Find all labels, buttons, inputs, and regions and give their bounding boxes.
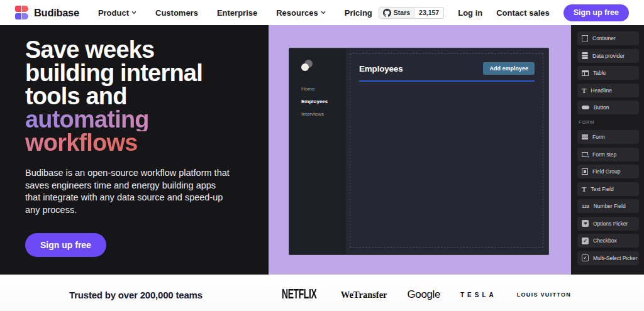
heading-line-gradient: workflows xyxy=(25,131,138,155)
github-icon xyxy=(383,9,391,17)
form-section-label: FORM xyxy=(579,119,639,125)
budibase-logo[interactable]: Budibase xyxy=(15,6,79,19)
app-nav-home[interactable]: Home xyxy=(301,86,346,92)
component-label: Headline xyxy=(591,87,612,94)
tesla-logo: TESLA xyxy=(460,292,497,298)
heading-line: tools and xyxy=(25,83,127,109)
navbar-right: Stars 23,157 Log in Contact sales Sign u… xyxy=(379,4,629,21)
louis-vuitton-logo: LOUIS VUITTON xyxy=(517,292,571,298)
component-item-form-step[interactable]: Form step xyxy=(577,148,639,161)
trusted-by-text: Trusted by over 200,000 teams xyxy=(69,290,203,300)
form-icon xyxy=(582,134,588,136)
component-item-data-provider[interactable]: Data provider xyxy=(577,49,639,63)
app-preview-canvas: Employees Add employee xyxy=(346,48,548,254)
netflix-logo: NETFLIX xyxy=(282,287,316,303)
component-item-button[interactable]: Button xyxy=(577,101,639,114)
nav-item-label: Product xyxy=(98,8,129,18)
app-nav-employees[interactable]: Employees xyxy=(301,99,346,104)
component-label: Checkbox xyxy=(593,237,617,244)
nav-item-label: Customers xyxy=(155,8,198,18)
heading-line: Save weeks xyxy=(25,36,154,63)
field-group-icon xyxy=(582,168,588,175)
text-field-icon xyxy=(582,185,586,193)
chevron-down-icon xyxy=(321,11,326,14)
hero-signup-button[interactable]: Sign up free xyxy=(25,233,106,257)
nav-item-label: Enterprise xyxy=(217,8,257,18)
github-stars-label: Stars xyxy=(394,9,410,16)
hero-description: Budibase is an open-source workflow plat… xyxy=(25,167,233,216)
component-label: Number Field xyxy=(594,203,626,209)
trusted-by-bar: Trusted by over 200,000 teams NETFLIX We… xyxy=(0,275,644,311)
app-preview-sidebar: Home Employees Interviews xyxy=(289,48,346,254)
top-navbar: Budibase Product Customers Enterprise Re… xyxy=(0,0,644,25)
github-stars-count: 23,157 xyxy=(414,7,444,19)
wetransfer-logo: WeTransfer xyxy=(341,290,387,300)
component-item-number-field[interactable]: Number Field xyxy=(577,199,639,213)
component-item-text-field[interactable]: Text Field xyxy=(577,182,639,196)
hero-text-column: Save weeks building internal tools and a… xyxy=(0,25,269,275)
google-logo: Google xyxy=(408,288,440,301)
budibase-logo-icon xyxy=(15,6,29,19)
checkbox-icon xyxy=(582,237,589,244)
hero-illustration-area: Home Employees Interviews Employees Add … xyxy=(269,25,571,275)
component-label: Text Field xyxy=(591,186,613,192)
headline-icon xyxy=(582,87,586,94)
nav-item-pricing[interactable]: Pricing xyxy=(345,8,372,18)
table-icon xyxy=(582,70,589,76)
brand-name: Budibase xyxy=(34,7,79,19)
contact-sales-link[interactable]: Contact sales xyxy=(496,8,550,18)
component-item-checkbox[interactable]: Checkbox xyxy=(577,234,639,248)
component-item-field-group[interactable]: Field Group xyxy=(577,165,639,178)
hero-section: Save weeks building internal tools and a… xyxy=(0,25,644,275)
login-link[interactable]: Log in xyxy=(458,8,482,18)
screen-title: Employees xyxy=(359,64,402,74)
add-employee-button[interactable]: Add employee xyxy=(483,62,535,75)
component-item-headline[interactable]: Headline xyxy=(577,84,639,97)
github-stars-badge[interactable]: Stars 23,157 xyxy=(379,7,444,19)
components-panel: Container Data provider Table Headline B… xyxy=(571,25,644,275)
component-label: Button xyxy=(594,104,609,111)
heading-line-gradient: automating xyxy=(25,108,149,131)
nav-item-enterprise[interactable]: Enterprise xyxy=(217,8,257,18)
component-label: Form xyxy=(592,134,605,140)
component-item-form[interactable]: Form xyxy=(577,130,639,144)
app-preview-window: Home Employees Interviews Employees Add … xyxy=(289,48,549,255)
component-label: Options Picker xyxy=(593,221,628,227)
main-nav: Product Customers Enterprise Resources P… xyxy=(98,8,372,18)
component-item-multi-select[interactable]: Multi-Select Picker xyxy=(577,251,639,265)
nav-item-resources[interactable]: Resources xyxy=(276,8,325,18)
hero-heading: Save weeks building internal tools and a… xyxy=(25,38,269,155)
customer-logos: NETFLIX WeTransfer Google TESLA LOUIS VU… xyxy=(278,288,571,301)
signup-button[interactable]: Sign up free xyxy=(564,4,629,21)
component-item-container[interactable]: Container xyxy=(577,31,639,45)
component-item-table[interactable]: Table xyxy=(577,66,639,80)
options-picker-icon xyxy=(582,220,589,227)
heading-line: building internal xyxy=(25,60,203,86)
component-label: Field Group xyxy=(592,168,620,175)
table-placeholder-line xyxy=(359,80,535,82)
app-logo-icon xyxy=(301,60,313,71)
selected-screen-outline: Employees Add employee xyxy=(350,53,543,248)
nav-item-label: Pricing xyxy=(345,8,372,18)
database-icon xyxy=(582,52,588,54)
component-item-options-picker[interactable]: Options Picker xyxy=(577,217,639,231)
component-label: Multi-Select Picker xyxy=(593,255,637,261)
nav-item-label: Resources xyxy=(276,8,318,18)
button-icon xyxy=(582,106,589,109)
app-nav-interviews[interactable]: Interviews xyxy=(301,111,346,117)
form-step-icon xyxy=(582,152,588,157)
component-label: Table xyxy=(593,70,606,76)
container-icon xyxy=(582,35,588,41)
nav-item-customers[interactable]: Customers xyxy=(155,8,198,18)
number-field-icon xyxy=(582,204,589,209)
component-label: Form step xyxy=(592,151,616,158)
component-label: Container xyxy=(592,35,616,41)
nav-item-product[interactable]: Product xyxy=(98,8,136,18)
chevron-down-icon xyxy=(131,11,136,14)
multi-select-icon xyxy=(582,254,589,261)
component-label: Data provider xyxy=(592,53,625,59)
